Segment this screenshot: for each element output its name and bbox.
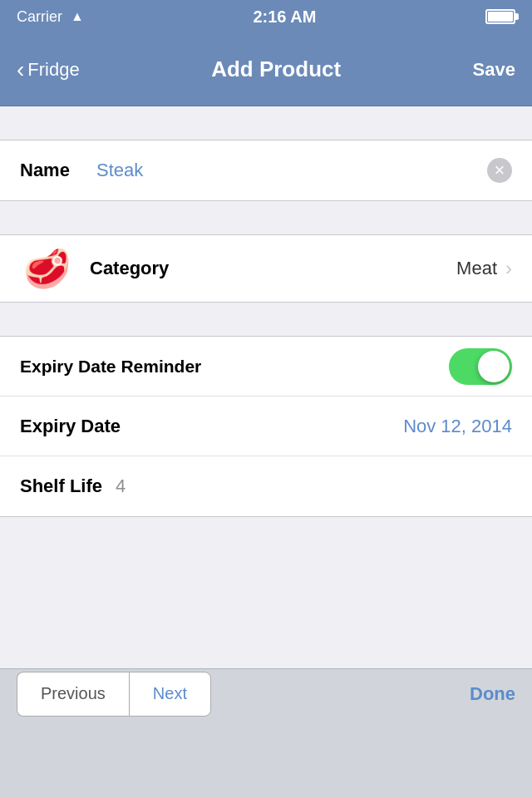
name-row: Name	[0, 140, 532, 200]
toggle-track	[449, 348, 512, 385]
next-button[interactable]: Next	[129, 672, 211, 717]
shelf-life-row[interactable]: Shelf Life 4	[0, 456, 532, 516]
previous-button[interactable]: Previous	[17, 672, 129, 717]
expiry-reminder-label: Expiry Date Reminder	[20, 357, 449, 377]
carrier-label: Carrier	[17, 8, 62, 26]
status-bar: Carrier ▲ 2:16 AM	[0, 0, 532, 33]
name-section: Name	[0, 140, 532, 201]
shelf-life-value: 4	[116, 475, 126, 497]
category-chevron-icon: ›	[505, 257, 512, 280]
back-label: Fridge	[27, 59, 79, 81]
category-value: Meat	[456, 258, 497, 279]
category-icon: 🥩	[20, 246, 73, 291]
shelf-life-label: Shelf Life	[20, 475, 102, 497]
expiry-date-label: Expiry Date	[20, 416, 403, 437]
clear-button[interactable]	[487, 158, 512, 183]
navigation-bar: ‹ Fridge Add Product Save	[0, 33, 532, 106]
spacer-middle	[0, 201, 532, 234]
spacer-below-category	[0, 303, 532, 336]
category-label: Category	[90, 258, 456, 279]
done-button[interactable]: Done	[470, 683, 515, 705]
status-time: 2:16 AM	[253, 7, 316, 27]
toggle-thumb	[478, 351, 510, 382]
wifi-icon: ▲	[71, 9, 84, 24]
keyboard-area	[0, 718, 532, 798]
back-chevron-icon: ‹	[17, 58, 24, 81]
keyboard-toolbar: Previous Next Done	[0, 668, 532, 718]
expiry-reminder-row: Expiry Date Reminder	[0, 337, 532, 397]
name-label: Name	[20, 160, 86, 181]
back-button[interactable]: ‹ Fridge	[17, 58, 80, 81]
expiry-date-value: Nov 12, 2014	[403, 416, 512, 437]
category-row[interactable]: 🥩 Category Meat ›	[0, 235, 532, 302]
save-button[interactable]: Save	[473, 59, 515, 81]
expiry-date-row[interactable]: Expiry Date Nov 12, 2014	[0, 397, 532, 456]
expiry-reminder-toggle[interactable]	[449, 348, 512, 385]
spacer-top	[0, 106, 532, 140]
category-section: 🥩 Category Meat ›	[0, 234, 532, 303]
page-title: Add Product	[211, 57, 341, 82]
expiry-section: Expiry Date Reminder Expiry Date Nov 12,…	[0, 336, 532, 517]
nav-button-group: Previous Next	[17, 672, 211, 717]
battery-icon	[485, 9, 515, 24]
name-input[interactable]	[86, 160, 487, 181]
